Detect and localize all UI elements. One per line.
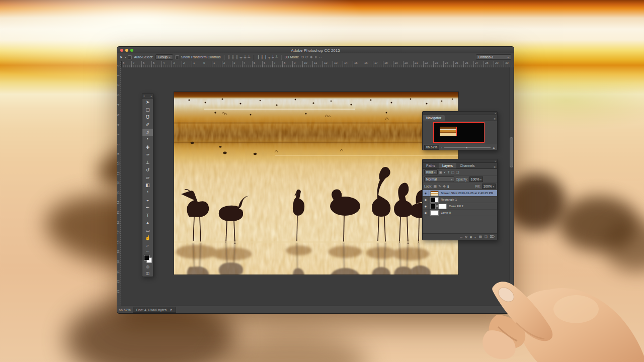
title-bar[interactable]: Adobe Photoshop CC 2015	[117, 47, 514, 54]
3d-orbit-icon[interactable]: ⟲	[301, 55, 304, 59]
distribute-right-edges-icon[interactable]: ┨	[265, 55, 267, 59]
auto-select-dropdown[interactable]: Group ▾	[155, 54, 173, 60]
layer-thumbnail-mask[interactable]	[439, 204, 446, 209]
distribute-top-edges-icon[interactable]: ┯	[268, 55, 270, 59]
clone-stamp-tool[interactable]: ⊥	[142, 159, 153, 166]
auto-select-checkbox[interactable]	[128, 55, 132, 59]
tab-channels[interactable]: Channels	[456, 163, 478, 168]
lock-pixels-icon[interactable]: ✎	[438, 185, 441, 189]
doc-size-box[interactable]: Doc: 4.12M/0 bytes ▸	[133, 307, 176, 313]
layer-visibility-eye-icon[interactable]: ◉	[423, 210, 429, 216]
status-expander-icon[interactable]: ▸	[171, 308, 173, 312]
filter-type-layers-icon[interactable]: T	[447, 170, 449, 174]
lock-position-icon[interactable]: ✥	[443, 185, 446, 189]
layer-thumbnail-photo[interactable]	[431, 191, 438, 196]
foreground-color-swatch[interactable]	[144, 255, 149, 260]
panel-menu-icon[interactable]: ≡	[494, 165, 497, 168]
screen-mode-icon[interactable]: ◫	[142, 270, 153, 277]
3d-pan-icon[interactable]: ✥	[310, 55, 313, 59]
new-group-icon[interactable]: ▤	[479, 235, 482, 239]
layer-row[interactable]: ◉Screen Shot 2016-01-26 at 2.43.25 PM	[423, 190, 497, 197]
zoom-out-icon[interactable]: ▲	[441, 146, 443, 149]
align-horizontal-centers-icon[interactable]: ╫	[231, 55, 234, 59]
document-image[interactable]	[174, 92, 458, 275]
3d-roll-icon[interactable]: ⟳	[305, 55, 308, 59]
gradient-tool[interactable]: ◧	[142, 182, 153, 189]
h-ruler[interactable]: 8765432101234567891011121314151617181920…	[121, 61, 514, 68]
lock-all-icon[interactable]: ▮	[447, 185, 449, 189]
layer-visibility-eye-icon[interactable]: ◉	[423, 197, 429, 203]
move-tool[interactable]: ➤	[142, 99, 153, 106]
layer-row[interactable]: ◉Layer 0	[423, 210, 497, 216]
layer-filter-dropdown[interactable]: Kind ▾	[424, 169, 438, 175]
align-vertical-centers-icon[interactable]: ╪	[244, 55, 246, 59]
type-tool[interactable]: T	[142, 212, 153, 219]
distribute-vertical-centers-icon[interactable]: ┿	[272, 55, 274, 59]
dodge-tool[interactable]: ◒	[142, 197, 153, 204]
add-layer-mask-icon[interactable]: ◙	[470, 235, 472, 239]
path-selection-tool[interactable]: ▲	[142, 219, 153, 227]
align-bottom-edges-icon[interactable]: ╧	[248, 55, 250, 59]
navigator-proxy-view[interactable]	[440, 127, 457, 136]
panel-menu-icon[interactable]: ≡	[494, 118, 497, 121]
eraser-tool[interactable]: ▱	[142, 174, 153, 182]
close-icon[interactable]: ×	[143, 95, 145, 98]
lasso-tool[interactable]: ℧	[142, 114, 153, 121]
zoom-tool[interactable]: ⌕	[142, 242, 153, 249]
tab-paths[interactable]: Paths	[423, 163, 439, 168]
hand-tool[interactable]: ☝	[142, 234, 153, 242]
layer-style-icon[interactable]: fx	[465, 235, 467, 239]
new-adjustment-layer-icon[interactable]: ◐	[474, 235, 476, 239]
filter-smart-objects-icon[interactable]: ❏	[456, 170, 459, 174]
layer-thumbnail-white[interactable]	[431, 211, 438, 215]
collapse-icon[interactable]: »	[495, 112, 496, 115]
tool-preset-caret-icon[interactable]: ▾	[125, 56, 126, 59]
distribute-left-edges-icon[interactable]: ┠	[257, 55, 259, 59]
workspace-switcher[interactable]: Untitled-1 ▾	[476, 54, 511, 60]
align-top-edges-icon[interactable]: ╤	[239, 55, 242, 59]
collapse-icon[interactable]: »	[150, 95, 152, 98]
navigator-preview[interactable]	[423, 121, 497, 144]
layer-thumbnail-black[interactable]	[431, 204, 435, 209]
edit-toolbar-icon[interactable]: ⋯	[142, 249, 153, 254]
status-zoom-value[interactable]: 66.67%	[119, 308, 131, 312]
tab-layers[interactable]: Layers	[439, 163, 456, 168]
layer-visibility-eye-icon[interactable]: ◉	[423, 190, 429, 196]
zoom-slider-thumb[interactable]: ▲	[465, 146, 468, 149]
brush-tool[interactable]: ✑	[142, 151, 153, 159]
tab-navigator[interactable]: Navigator	[423, 115, 445, 121]
zoom-slider[interactable]: ▲	[444, 147, 491, 148]
show-transform-checkbox[interactable]	[175, 55, 179, 59]
align-left-edges-icon[interactable]: ╟	[228, 55, 230, 59]
color-swatches[interactable]	[142, 254, 153, 263]
link-layers-icon[interactable]: ∞	[460, 235, 462, 239]
spot-healing-brush-tool[interactable]: ✚	[142, 144, 153, 151]
layer-row[interactable]: ◉8Color Fill 2	[423, 203, 497, 210]
eyedropper-tool[interactable]: ❜	[142, 136, 153, 144]
distribute-bottom-edges-icon[interactable]: ┷	[275, 55, 277, 59]
scrollbar-thumb[interactable]	[510, 138, 513, 167]
quick-selection-tool[interactable]: ✐	[142, 121, 153, 129]
blur-tool[interactable]: ❛	[142, 189, 153, 197]
3d-scale-icon[interactable]: ⇔	[319, 55, 323, 59]
filter-adjustment-layers-icon[interactable]: ◐	[444, 170, 446, 174]
layer-thumbnail-rect[interactable]	[431, 198, 438, 202]
fill-value[interactable]: 100% ▾	[482, 184, 496, 189]
pen-tool[interactable]: ✒	[142, 204, 153, 212]
delete-layer-icon[interactable]: ⌦	[490, 235, 495, 239]
lock-transparency-icon[interactable]: ▦	[434, 185, 437, 189]
crop-tool[interactable]: ♯	[142, 129, 153, 136]
rectangular-marquee-tool[interactable]: ▢	[142, 106, 153, 114]
filter-pixel-layers-icon[interactable]: ▣	[439, 170, 443, 174]
layer-row[interactable]: ◉Rectangle 1	[423, 197, 497, 203]
collapse-icon[interactable]: »	[495, 159, 496, 162]
distribute-horizontal-centers-icon[interactable]: ╂	[261, 55, 263, 59]
quick-mask-icon[interactable]: ◎	[142, 263, 153, 270]
3d-slide-icon[interactable]: ⇕	[314, 55, 317, 59]
opacity-value[interactable]: 100% ▾	[469, 176, 483, 182]
navigator-zoom-value[interactable]: 66.67%	[424, 145, 439, 150]
layer-visibility-eye-icon[interactable]: ◉	[423, 203, 429, 209]
filter-shape-layers-icon[interactable]: ▢	[451, 170, 455, 174]
zoom-in-icon[interactable]: ▲	[492, 146, 496, 149]
blend-mode-dropdown[interactable]: Normal ▾	[424, 176, 454, 182]
